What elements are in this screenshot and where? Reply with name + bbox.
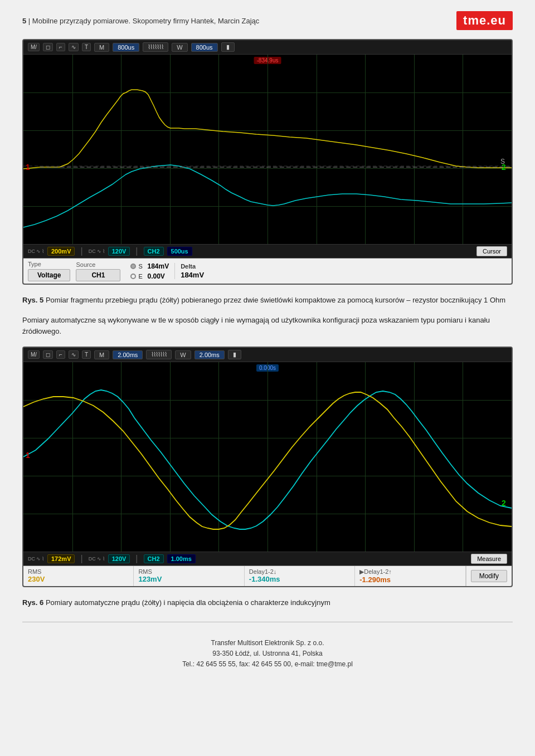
scope2-dc1: DC ∿ ⌇ [28,556,44,562]
oscilloscope-1: M/ ◻ ⌐ ∿ T M 800us ⌇⌇⌇⌇⌇⌇⌇ W 800us ▮ -83… [22,39,513,285]
scope2-btn-clk[interactable]: ⌐ [56,350,65,359]
scope2-time1: 2.00ms [113,350,143,359]
cursor-s-row: S 184mV [130,262,169,270]
scope1-btn-wave[interactable]: ∿ [69,43,79,51]
scope1-toolbar: M/ ◻ ⌐ ∿ T M 800us ⌇⌇⌇⌇⌇⌇⌇ W 800us ▮ [23,40,512,55]
scope1-cursor-button[interactable]: Cursor [476,246,507,256]
scope2-modify-button[interactable]: Modify [471,570,507,582]
scope2-measure-button[interactable]: Measure [471,554,507,564]
scope2-w-label: W [175,350,191,359]
scope2-dc2: DC ∿ ⌇ [89,556,105,562]
measure-cell-4: ▶Delay1-2↑ -1.290ms [355,566,465,586]
scope2-ch2-time: 1.00ms [167,554,196,563]
scope1-statusbar: DC ∿ ⌇ 200mV | DC ∿ ⌇ 120V | CH2 500us C… [23,244,512,258]
measure-cell-1: RMS 230V [23,566,134,586]
tme-logo: tme.eu [456,11,513,30]
svg-text:2: 2 [502,499,506,508]
measure-label-2: RMS [138,568,239,575]
scope1-screen: -834.9us [23,55,512,244]
cursor-type-group: Type Voltage [28,261,70,281]
scope1-time1: 800us [113,43,139,52]
scope1-ch2-time: 500us [167,247,192,256]
cursor-se-group: S 184mV E 0.00V [130,262,169,280]
measure-label-4: ▶Delay1-2↑ [359,568,460,575]
measure-value-2: 123mV [138,575,239,583]
scope1-btn-clk[interactable]: ⌐ [56,43,65,51]
measure-cell-3: Delay1-2↓ -1.340ms [245,566,355,586]
scope2-statusbar: DC ∿ ⌇ 172mV | DC ∿ ⌇ 120V | CH2 1.00ms … [23,552,512,565]
scope2-ch2-label: CH2 [144,554,164,563]
body-text: Pomiary automatyczne są wykonywane w tle… [22,315,513,338]
scope2-time2: 2.00ms [194,350,225,359]
scope2-btn-sq[interactable]: ◻ [43,350,53,359]
scope1-cursor-panel: Type Voltage Source CH1 S 184mV E 0.00V [23,258,512,284]
scope1-waveform: S 2 1 [23,55,512,244]
footer-company: Transfer Multisort Elektronik Sp. z o.o. [22,638,513,648]
page-header: 5 | Mobilne przyrządy pomiarowe. Skopome… [22,11,513,30]
scope1-time2: 800us [191,43,218,52]
scope1-ch2-volt: 120V [108,247,130,256]
cursor-delta-value: 184mV [181,271,204,279]
svg-text:1: 1 [26,451,30,460]
scope1-btn-mw[interactable]: M/ [28,43,40,51]
measure-labels-row: RMS 230V RMS 123mV Delay1-2↓ -1.340ms ▶D… [23,566,512,586]
measure-value-4: -1.290ms [359,575,460,584]
scope1-w-label: W [172,43,187,52]
scope2-ch2-volt: 120V [108,554,130,563]
scope1-btn-sq[interactable]: ◻ [43,43,53,51]
page-title: 5 | Mobilne przyrządy pomiarowe. Skopome… [22,17,259,25]
cursor-type-label: Type [28,261,70,267]
measure-label-1: RMS [28,568,129,575]
scope2-btn-wave[interactable]: ∿ [69,350,79,359]
measure-value-1: 230V [28,575,129,583]
cursor-e-row: E 0.00V [130,272,169,280]
caption-2: Rys. 6 Pomiary automatyczne prądu (żółty… [22,597,513,608]
scope1-btn-t[interactable]: T [82,43,91,51]
measure-cell-2: RMS 123mV [134,566,244,586]
scope2-btn-mw[interactable]: M/ [28,350,40,359]
scope1-memory-label: M [94,43,109,52]
scope1-battery-icon: ▮ [221,42,235,52]
scope2-waveform: 1 2 [23,362,512,552]
footer-address: 93-350 Łódź, ul. Ustronna 41, Polska [22,648,513,659]
svg-text:1: 1 [26,163,30,172]
scope2-wave-icon: ⌇⌇⌇⌇⌇⌇⌇ [146,350,172,359]
cursor-s-value: 184mV [147,262,169,270]
cursor-e-label: E [138,273,145,280]
scope2-screen: 0.000s [23,362,512,552]
scope1-dc2: DC ∿ ⌇ [89,248,105,254]
svg-text:2: 2 [502,163,506,172]
cursor-e-value: 0.00V [147,272,164,280]
scope2-btn-t[interactable]: T [82,350,91,359]
scope1-dc1: DC ∿ ⌇ [28,248,44,254]
scope2-battery-icon: ▮ [228,350,241,359]
cursor-e-radio [130,274,136,279]
oscilloscope-2: M/ ◻ ⌐ ∿ T M 2.00ms ⌇⌇⌇⌇⌇⌇⌇ W 2.00ms ▮ 0… [22,347,513,587]
cursor-type-button[interactable]: Voltage [28,269,70,281]
measure-value-3: -1.340ms [249,575,350,583]
cursor-delta-group: Delta 184mV [174,263,204,279]
scope1-ch2-label: CH2 [144,247,164,256]
cursor-source-label: Source [76,261,120,268]
scope2-ch1-volt: 172mV [47,554,75,563]
scope1-wave-icon: ⌇⌇⌇⌇⌇⌇⌇ [143,42,168,52]
scope2-measure-panel: RMS 230V RMS 123mV Delay1-2↓ -1.340ms ▶D… [23,565,512,586]
scope2-toolbar: M/ ◻ ⌐ ∿ T M 2.00ms ⌇⌇⌇⌇⌇⌇⌇ W 2.00ms ▮ [23,348,512,362]
cursor-s-label: S [138,263,145,270]
cursor-source-button[interactable]: CH1 [76,269,120,281]
cursor-delta-label: Delta [181,263,204,270]
cursor-source-group: Source CH1 [76,261,120,281]
caption-1: Rys. 5 Pomiar fragmentu przebiegu prądu … [22,295,513,306]
measure-btn-col: Modify [466,566,512,586]
scope2-memory-label: M [94,350,109,359]
scope1-ch1-volt: 200mV [47,247,75,256]
cursor-s-radio [130,264,136,269]
page-footer: Transfer Multisort Elektronik Sp. z o.o.… [22,638,513,670]
footer-contact: Tel.: 42 645 55 55, fax: 42 645 55 00, e… [22,659,513,670]
measure-label-3: Delay1-2↓ [249,568,350,575]
